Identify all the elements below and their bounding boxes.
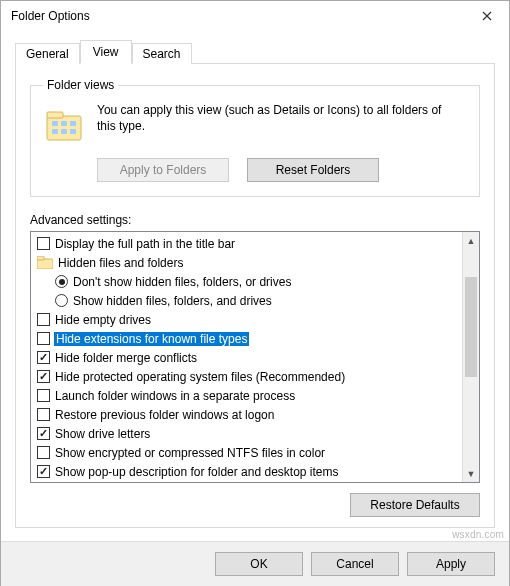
advanced-settings-tree[interactable]: Display the full path in the title barHi… [31, 232, 462, 482]
checkbox-display-full-path[interactable] [37, 237, 50, 250]
svg-rect-2 [52, 121, 58, 126]
svg-rect-3 [61, 121, 67, 126]
tab-search[interactable]: Search [132, 43, 192, 64]
tree-item-label: Launch folder windows in a separate proc… [54, 389, 296, 403]
tree-item-show-encrypted-color[interactable]: Show encrypted or compressed NTFS files … [31, 443, 462, 462]
folder-views-group: Folder views You can apply this view (su… [30, 78, 480, 197]
tab-strip: General View Search [15, 40, 495, 64]
tree-item-show-popup-desc[interactable]: Show pop-up description for folder and d… [31, 462, 462, 481]
tree-item-restore-previous[interactable]: Restore previous folder windows at logon [31, 405, 462, 424]
tree-item-launch-separate-process[interactable]: Launch folder windows in a separate proc… [31, 386, 462, 405]
tree-item-dont-show-hidden[interactable]: Don't show hidden files, folders, or dri… [31, 272, 462, 291]
cancel-button[interactable]: Cancel [311, 552, 399, 576]
dialog-button-bar: OK Cancel Apply [1, 541, 509, 586]
folder-views-description: You can apply this view (such as Details… [97, 102, 467, 134]
tree-item-label: Hide folder merge conflicts [54, 351, 198, 365]
svg-rect-9 [37, 256, 44, 260]
tree-item-label: Hide empty drives [54, 313, 152, 327]
checkbox-show-encrypted-color[interactable] [37, 446, 50, 459]
tree-item-label: Show drive letters [54, 427, 151, 441]
scroll-thumb[interactable] [465, 277, 477, 377]
checkbox-restore-previous[interactable] [37, 408, 50, 421]
checkbox-hide-protected-os[interactable] [37, 370, 50, 383]
advanced-settings-label: Advanced settings: [30, 213, 480, 227]
svg-rect-4 [70, 121, 76, 126]
checkbox-hide-extensions[interactable] [37, 332, 50, 345]
tree-item-label: Show encrypted or compressed NTFS files … [54, 446, 326, 460]
radio-dont-show-hidden[interactable] [55, 275, 68, 288]
window-title: Folder Options [11, 9, 90, 23]
folder-views-legend: Folder views [43, 78, 118, 92]
scroll-track[interactable] [463, 249, 479, 465]
advanced-settings-box: Display the full path in the title barHi… [30, 231, 480, 483]
tab-general[interactable]: General [15, 43, 80, 64]
tree-item-label: Show pop-up description for folder and d… [54, 465, 340, 479]
checkbox-hide-merge-conflicts[interactable] [37, 351, 50, 364]
folder-icon [37, 256, 53, 269]
tree-item-label: Hide protected operating system files (R… [54, 370, 346, 384]
tree-item-hide-merge-conflicts[interactable]: Hide folder merge conflicts [31, 348, 462, 367]
tree-item-hide-empty-drives[interactable]: Hide empty drives [31, 310, 462, 329]
tree-item-label: Show hidden files, folders, and drives [72, 294, 273, 308]
tree-item-display-full-path[interactable]: Display the full path in the title bar [31, 234, 462, 253]
close-icon [482, 11, 492, 21]
close-button[interactable] [464, 1, 509, 31]
ok-button[interactable]: OK [215, 552, 303, 576]
tree-item-hidden-files-group[interactable]: Hidden files and folders [31, 253, 462, 272]
tree-item-hide-extensions[interactable]: Hide extensions for known file types [31, 329, 462, 348]
tree-item-label: Hidden files and folders [57, 256, 184, 270]
tree-item-hide-protected-os[interactable]: Hide protected operating system files (R… [31, 367, 462, 386]
tree-item-label: Restore previous folder windows at logon [54, 408, 275, 422]
tree-item-show-hidden[interactable]: Show hidden files, folders, and drives [31, 291, 462, 310]
reset-folders-button[interactable]: Reset Folders [247, 158, 379, 182]
svg-rect-1 [47, 112, 63, 118]
apply-button[interactable]: Apply [407, 552, 495, 576]
folder-views-icon [43, 104, 85, 146]
svg-rect-7 [70, 129, 76, 134]
checkbox-show-drive-letters[interactable] [37, 427, 50, 440]
svg-rect-5 [52, 129, 58, 134]
checkbox-show-popup-desc[interactable] [37, 465, 50, 478]
checkbox-hide-empty-drives[interactable] [37, 313, 50, 326]
checkbox-launch-separate-process[interactable] [37, 389, 50, 402]
svg-rect-0 [47, 116, 81, 140]
restore-defaults-button[interactable]: Restore Defaults [350, 493, 480, 517]
scroll-down-button[interactable]: ▼ [463, 465, 479, 482]
svg-rect-6 [61, 129, 67, 134]
tree-item-label: Don't show hidden files, folders, or dri… [72, 275, 292, 289]
titlebar: Folder Options [1, 1, 509, 31]
radio-show-hidden[interactable] [55, 294, 68, 307]
scroll-up-button[interactable]: ▲ [463, 232, 479, 249]
tree-item-show-drive-letters[interactable]: Show drive letters [31, 424, 462, 443]
apply-to-folders-button: Apply to Folders [97, 158, 229, 182]
tree-item-label: Display the full path in the title bar [54, 237, 236, 251]
tree-item-label: Hide extensions for known file types [54, 332, 249, 346]
watermark: wsxdn.com [452, 529, 504, 540]
tab-panel-view: Folder views You can apply this view (su… [15, 63, 495, 528]
scrollbar[interactable]: ▲ ▼ [462, 232, 479, 482]
tab-view[interactable]: View [80, 40, 132, 64]
